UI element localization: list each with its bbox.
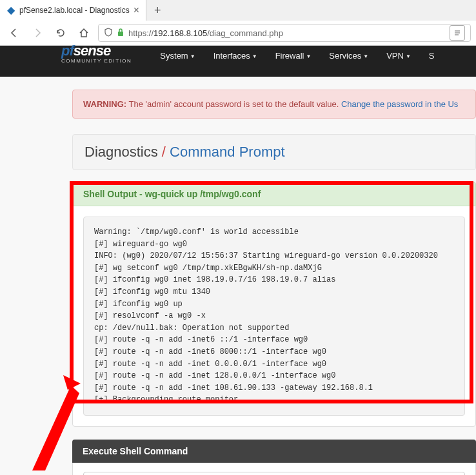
tab-favicon-icon: ◆ — [6, 6, 15, 15]
close-icon[interactable]: × — [134, 5, 139, 16]
heading-section: Diagnostics — [84, 144, 162, 160]
shield-icon — [104, 28, 113, 39]
back-button[interactable] — [5, 24, 23, 42]
new-tab-button[interactable]: + — [146, 4, 169, 17]
pfsense-header: pfsense COMMUNITY EDITION System▼ Interf… — [0, 46, 476, 77]
chevron-down-icon: ▼ — [306, 53, 311, 59]
browser-tab[interactable]: ◆ pfSense2.lab.local - Diagnostics × — [0, 0, 146, 21]
chevron-down-icon: ▼ — [406, 53, 411, 59]
chevron-down-icon: ▼ — [252, 53, 257, 59]
warning-text: The 'admin' account password is set to t… — [126, 99, 341, 109]
home-icon — [79, 28, 89, 38]
reload-button[interactable] — [52, 24, 70, 42]
browser-toolbar: https://192.168.8.105/diag_command.php — [0, 21, 476, 45]
heading-page-link[interactable]: Command Prompt — [166, 144, 285, 160]
logo-sense: sense — [74, 43, 110, 59]
execute-panel: Execute Shell Command « ⚡Execute » ↺Clea… — [72, 440, 476, 475]
warning-link[interactable]: Change the password in the Us — [341, 99, 458, 109]
nav-firewall[interactable]: Firewall▼ — [266, 46, 321, 77]
pfsense-logo[interactable]: pfsense COMMUNITY EDITION — [61, 43, 132, 64]
chevron-down-icon: ▼ — [363, 53, 368, 59]
page-heading: Diagnostics / Command Prompt — [72, 134, 476, 170]
logo-edition: COMMUNITY EDITION — [61, 58, 132, 64]
nav-vpn[interactable]: VPN▼ — [377, 46, 420, 77]
url-bar[interactable]: https://192.168.8.105/diag_command.php — [98, 24, 471, 42]
command-input[interactable] — [83, 472, 465, 475]
svg-rect-0 — [118, 32, 123, 36]
logo-pf: pf — [61, 43, 74, 59]
nav-more[interactable]: S — [420, 46, 444, 77]
chevron-down-icon: ▼ — [190, 53, 195, 59]
nav-system[interactable]: System▼ — [151, 46, 204, 77]
arrow-right-icon — [32, 28, 43, 38]
url-prefix: https:// — [128, 28, 154, 38]
url-path: /diag_command.php — [207, 28, 283, 38]
tab-title: pfSense2.lab.local - Diagnostics — [19, 6, 130, 15]
url-host: 192.168.8.105 — [154, 28, 207, 38]
reader-mode-icon[interactable] — [450, 25, 465, 41]
arrow-left-icon — [9, 28, 19, 38]
main-nav: System▼ Interfaces▼ Firewall▼ Services▼ … — [151, 46, 443, 77]
shell-output-body: Warning: `/tmp/wg0.conf' is world access… — [73, 206, 475, 426]
home-button[interactable] — [75, 24, 93, 42]
page-content: WARNING: The 'admin' account password is… — [0, 77, 476, 475]
warning-label: WARNING: — [83, 99, 126, 109]
tab-bar: ◆ pfSense2.lab.local - Diagnostics × + — [0, 0, 476, 21]
nav-interfaces[interactable]: Interfaces▼ — [204, 46, 266, 77]
reload-icon — [55, 28, 66, 38]
lock-icon — [117, 28, 124, 39]
warning-banner: WARNING: The 'admin' account password is… — [72, 90, 476, 119]
shell-output-panel: Shell Output - wg-quick up /tmp/wg0.conf… — [72, 182, 476, 427]
execute-header: Execute Shell Command — [72, 440, 476, 463]
shell-output-header: Shell Output - wg-quick up /tmp/wg0.conf — [72, 182, 476, 206]
forward-button[interactable] — [28, 24, 46, 42]
page-body: pfsense COMMUNITY EDITION System▼ Interf… — [0, 46, 476, 475]
execute-body: « ⚡Execute » ↺Clear — [73, 463, 475, 475]
nav-services[interactable]: Services▼ — [320, 46, 377, 77]
shell-output-text: Warning: `/tmp/wg0.conf' is world access… — [83, 217, 465, 416]
browser-chrome: ◆ pfSense2.lab.local - Diagnostics × + — [0, 0, 476, 46]
